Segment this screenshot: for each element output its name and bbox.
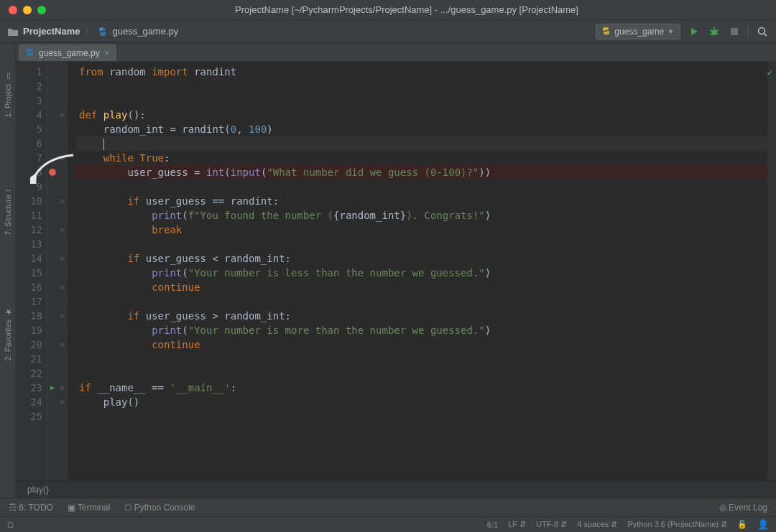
todo-tool-button[interactable]: ☶ 6: TODO <box>9 503 53 513</box>
bottom-tool-strip: ☶ 6: TODO ▣ Terminal ⬡ Python Console ◎ … <box>0 498 776 516</box>
svg-line-7 <box>716 34 719 34</box>
code-line[interactable]: if user_guess == randint: <box>76 194 767 208</box>
breakpoint-gutter[interactable]: ▶ <box>47 62 57 480</box>
project-tool-button[interactable]: 1: Project▯ <box>3 72 12 117</box>
code-line[interactable]: break <box>76 223 767 237</box>
fold-toggle[interactable]: ⊟ <box>57 337 67 352</box>
python-console-tool-button[interactable]: ⬡ Python Console <box>124 503 195 513</box>
svg-line-10 <box>765 34 767 36</box>
python-icon <box>602 27 611 36</box>
svg-point-9 <box>759 27 765 34</box>
run-configuration-selector[interactable]: guess_game ▼ <box>596 24 680 39</box>
search-everywhere-button[interactable] <box>756 25 769 38</box>
breakpoint-marker[interactable] <box>49 169 56 176</box>
tab-guess-game[interactable]: guess_game.py × <box>19 45 116 61</box>
file-encoding[interactable]: UTF-8 ⇵ <box>536 520 567 529</box>
structure-tool-button[interactable]: 7: Structure⁞ <box>3 189 12 235</box>
breadcrumb-file[interactable]: guess_game.py <box>112 26 178 37</box>
stop-button[interactable] <box>728 25 741 38</box>
run-button[interactable] <box>688 25 701 38</box>
code-line[interactable]: print("Your number is more than the numb… <box>76 323 767 337</box>
python-file-icon <box>98 27 108 37</box>
code-line[interactable] <box>76 93 767 108</box>
tab-label: guess_game.py <box>39 48 100 58</box>
fold-toggle[interactable]: ⊟ <box>57 309 67 323</box>
tab-close-button[interactable]: × <box>104 47 110 58</box>
editor-tabs: guess_game.py × <box>16 43 776 62</box>
debug-button[interactable] <box>708 25 721 38</box>
code-line[interactable] <box>76 352 767 366</box>
fold-gutter[interactable]: ⊟⊟⊟⊟⊟⊟⊟⊟⊟⊟ <box>57 62 68 480</box>
folder-icon: ▯ <box>3 72 12 81</box>
code-line[interactable]: print(f"You found the number ({random_in… <box>76 208 767 223</box>
python-interpreter[interactable]: Python 3.6 (ProjectName) ⇵ <box>627 520 727 529</box>
chevron-down-icon: ▼ <box>668 28 674 35</box>
caret-position[interactable]: 6:1 <box>487 521 498 529</box>
code-line[interactable]: def play(): <box>76 108 767 122</box>
favorites-tool-button[interactable]: 2: Favorites★ <box>3 307 12 360</box>
code-line[interactable]: if user_guess < random_int: <box>76 251 767 266</box>
left-tool-strip: 1: Project▯ 7: Structure⁞ 2: Favorites★ <box>0 43 16 498</box>
fold-toggle[interactable]: ⊟ <box>57 194 67 208</box>
fold-toggle[interactable]: ⊟ <box>57 395 67 409</box>
error-stripe[interactable]: ✔ <box>767 62 776 480</box>
code-breadcrumb[interactable]: play() <box>16 480 776 498</box>
breadcrumb-separator: 〉 <box>84 25 93 38</box>
breadcrumb[interactable]: ProjectName 〉 guess_game.py <box>7 25 178 38</box>
code-area[interactable]: from random import randint def play(): r… <box>68 62 767 480</box>
inspector-icon[interactable]: 👤 <box>757 519 769 530</box>
code-line[interactable]: continue <box>76 337 767 352</box>
code-line[interactable] <box>76 179 767 194</box>
code-line[interactable]: continue <box>76 280 767 294</box>
zoom-window-button[interactable] <box>37 6 46 14</box>
inspection-ok-icon: ✔ <box>767 66 772 80</box>
star-icon: ★ <box>3 307 12 317</box>
svg-point-1 <box>101 28 103 29</box>
code-line[interactable]: if __name__ == '__main__': <box>76 381 767 395</box>
svg-point-2 <box>711 29 717 35</box>
event-log-button[interactable]: ◎ Event Log <box>719 503 767 513</box>
titlebar: ProjectName [~/PycharmProjects/ProjectNa… <box>0 0 776 20</box>
minimize-window-button[interactable] <box>23 6 32 14</box>
window-title: ProjectName [~/PycharmProjects/ProjectNa… <box>46 4 767 15</box>
fold-toggle[interactable]: ⊟ <box>57 251 67 266</box>
code-line[interactable]: while True: <box>76 151 767 165</box>
code-line[interactable]: print("Your number is less than the numb… <box>76 266 767 280</box>
python-icon: ⬡ <box>124 503 131 513</box>
line-numbers: 1234567891011121314151617181920212223242… <box>16 62 47 480</box>
svg-line-5 <box>716 30 719 31</box>
fold-toggle[interactable]: ⊟ <box>57 381 67 395</box>
tool-windows-quick-access[interactable]: ◻ <box>7 520 14 529</box>
code-line[interactable] <box>76 294 767 309</box>
indent-settings[interactable]: 4 spaces ⇵ <box>577 520 617 529</box>
fold-toggle[interactable]: ⊟ <box>57 151 67 165</box>
line-separator[interactable]: LF ⇵ <box>508 520 526 529</box>
code-line[interactable]: random_int = randint(0, 100) <box>76 122 767 136</box>
editor[interactable]: 1234567891011121314151617181920212223242… <box>16 62 776 480</box>
breadcrumb-project[interactable]: ProjectName <box>23 26 80 37</box>
code-line[interactable] <box>76 79 767 93</box>
code-line[interactable] <box>76 409 767 424</box>
fold-toggle[interactable]: ⊟ <box>57 280 67 294</box>
code-line[interactable] <box>76 136 767 151</box>
folder-icon <box>7 27 19 37</box>
svg-line-4 <box>710 30 712 31</box>
fold-toggle[interactable]: ⊟ <box>57 223 67 237</box>
close-window-button[interactable] <box>9 6 17 14</box>
structure-icon: ⁞ <box>3 189 12 192</box>
terminal-tool-button[interactable]: ▣ Terminal <box>68 503 110 513</box>
fold-toggle[interactable]: ⊟ <box>57 108 67 122</box>
code-line[interactable]: play() <box>76 395 767 409</box>
code-line[interactable] <box>76 366 767 381</box>
code-line[interactable]: if user_guess > random_int: <box>76 309 767 323</box>
svg-rect-8 <box>731 28 738 35</box>
lock-icon[interactable]: 🔓 <box>737 520 747 529</box>
toolbar: ProjectName 〉 guess_game.py guess_game ▼ <box>0 20 776 43</box>
run-gutter-icon[interactable]: ▶ <box>50 381 55 395</box>
code-line[interactable]: user_guess = int(input("What number did … <box>76 165 767 179</box>
window-controls <box>9 6 46 14</box>
python-file-icon <box>26 49 34 57</box>
code-line[interactable]: from random import randint <box>76 65 767 79</box>
code-line[interactable] <box>76 237 767 251</box>
run-config-label: guess_game <box>614 27 664 37</box>
